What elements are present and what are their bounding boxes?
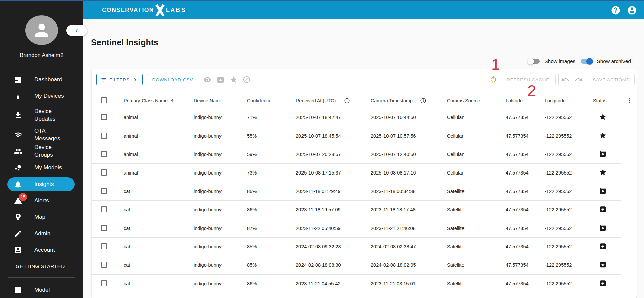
star-status-icon bbox=[599, 113, 607, 121]
row-checkbox[interactable] bbox=[101, 114, 107, 120]
toggle-knob bbox=[527, 58, 534, 65]
cell-primary-class: cat bbox=[124, 189, 194, 194]
sidebar-item-my-models[interactable]: My Models bbox=[0, 160, 83, 176]
apps-icon bbox=[14, 286, 22, 294]
logo-text-right: LABS bbox=[166, 7, 186, 14]
sidebar-item-dashboard[interactable]: Dashboard bbox=[0, 71, 83, 88]
archive-status-icon bbox=[599, 279, 607, 287]
cell-device-name: indigo-bunny bbox=[194, 244, 247, 249]
sidebar-collapse-button[interactable] bbox=[66, 25, 87, 36]
sidebar-item-label: Map bbox=[34, 213, 72, 221]
table-row: catindigo-bunny85%2024-02-08 09:32:23202… bbox=[92, 238, 621, 256]
cell-longitude: -122.295552 bbox=[545, 262, 593, 268]
table-row: animalindigo-bunny71%2025-10-07 18:42:47… bbox=[92, 108, 621, 127]
undo-icon[interactable] bbox=[561, 76, 569, 84]
sidebar-item-ota-messages[interactable]: OTA Messages bbox=[0, 127, 83, 143]
cell-longitude: -122.295552 bbox=[545, 170, 593, 176]
pencil-icon bbox=[14, 230, 22, 238]
cell-camera-timestamp: 2023-11-18 00:34:38 bbox=[371, 189, 447, 194]
show-images-toggle[interactable] bbox=[528, 58, 540, 65]
column-header-camera-timestamp[interactable]: Camera Timestamp bbox=[371, 98, 447, 104]
column-menu-button[interactable] bbox=[626, 97, 633, 104]
cell-latitude: 47.577354 bbox=[506, 281, 545, 286]
app-root: CONSERVATION LABS Brandon Asheim2 Dashbo… bbox=[0, 0, 644, 298]
row-checkbox[interactable] bbox=[101, 206, 107, 212]
cache-actions: REFRESH CACHE SAVE ACTIONS bbox=[489, 74, 635, 85]
column-header-device-name[interactable]: Device Name bbox=[194, 98, 247, 103]
wifi-icon bbox=[14, 131, 22, 139]
row-checkbox[interactable] bbox=[101, 169, 107, 176]
cell-comms-source: Satellite bbox=[447, 189, 506, 194]
star-icon[interactable] bbox=[230, 76, 238, 84]
account-icon bbox=[14, 246, 22, 254]
cell-device-name: indigo-bunny bbox=[194, 281, 247, 286]
cell-camera-timestamp: 2023-11-21 21:46:08 bbox=[371, 226, 447, 231]
sidebar-item-device-updates[interactable]: Device Updates bbox=[0, 104, 83, 127]
top-strip bbox=[0, 0, 644, 1]
save-actions-button[interactable]: SAVE ACTIONS bbox=[588, 74, 635, 85]
block-icon[interactable] bbox=[243, 76, 251, 84]
sidebar-item-alerts[interactable]: 15Alerts bbox=[0, 193, 83, 209]
alerts-badge: 15 bbox=[19, 193, 27, 201]
cell-confidence: 73% bbox=[247, 170, 296, 176]
row-checkbox[interactable] bbox=[101, 133, 107, 139]
download-csv-button[interactable]: DOWNLOAD CSV bbox=[147, 74, 198, 85]
column-header-received-at[interactable]: Received At (UTC) bbox=[296, 98, 371, 104]
row-checkbox[interactable] bbox=[101, 280, 107, 286]
select-all-checkbox[interactable] bbox=[101, 97, 107, 103]
info-icon[interactable] bbox=[344, 98, 350, 104]
row-checkbox[interactable] bbox=[101, 262, 107, 268]
help-icon[interactable] bbox=[611, 5, 621, 15]
filters-button[interactable]: FILTERS bbox=[96, 74, 143, 85]
sidebar-item-model[interactable]: Model bbox=[0, 282, 83, 298]
archive-status-icon bbox=[599, 261, 607, 268]
sidebar-item-admin[interactable]: Admin bbox=[0, 226, 83, 242]
cell-confidence: 59% bbox=[247, 152, 296, 157]
cell-longitude: -122.295552 bbox=[545, 115, 593, 120]
annotation-step-2: 2 bbox=[527, 83, 536, 98]
cell-confidence: 85% bbox=[247, 262, 296, 268]
column-header-confidence[interactable]: Confidence bbox=[247, 98, 296, 103]
cell-primary-class: cat bbox=[124, 262, 194, 268]
row-checkbox[interactable] bbox=[101, 188, 107, 194]
row-checkbox[interactable] bbox=[101, 243, 107, 249]
column-header-longitude[interactable]: Longitude bbox=[545, 98, 593, 103]
table-row: catindigo-bunny86%2023-11-18 19:57:09202… bbox=[92, 201, 621, 219]
cell-longitude: -122.295552 bbox=[545, 152, 593, 157]
sidebar-item-label: Model bbox=[34, 286, 72, 294]
sidebar-item-label: Insights bbox=[34, 181, 72, 188]
visibility-icon[interactable] bbox=[203, 76, 211, 84]
show-archived-toggle[interactable] bbox=[580, 58, 592, 65]
sidebar-item-device-groups[interactable]: Device Groups bbox=[0, 143, 83, 159]
sidebar-menu: DashboardMy DevicesDevice UpdatesOTA Mes… bbox=[0, 71, 83, 258]
cell-confidence: 71% bbox=[247, 115, 296, 120]
table-row: animalindigo-bunny73%2025-10-08 17:15:37… bbox=[92, 164, 621, 182]
dashboard-icon bbox=[14, 76, 22, 84]
cell-primary-class: animal bbox=[124, 133, 194, 139]
autorenew-icon[interactable] bbox=[489, 76, 497, 84]
row-checkbox[interactable] bbox=[101, 151, 107, 157]
redo-icon[interactable] bbox=[575, 76, 583, 84]
sidebar-item-map[interactable]: Map bbox=[0, 209, 83, 225]
sidebar-section-label: GETTING STARTED bbox=[0, 263, 83, 269]
conservation-x-labs-logo[interactable]: CONSERVATION LABS bbox=[102, 4, 186, 16]
pin-icon bbox=[14, 213, 22, 221]
sidebar-item-my-devices[interactable]: My Devices bbox=[0, 88, 83, 104]
show-images-label: Show images bbox=[544, 58, 575, 64]
more-vert-icon bbox=[626, 97, 633, 104]
cell-primary-class: cat bbox=[124, 244, 194, 249]
table-row: catindigo-bunny85%2024-02-08 18:08:30202… bbox=[92, 256, 621, 275]
row-checkbox[interactable] bbox=[101, 225, 107, 231]
column-header-latitude[interactable]: Latitude bbox=[506, 98, 545, 103]
archive-icon[interactable] bbox=[216, 76, 225, 84]
cell-confidence: 86% bbox=[247, 189, 296, 194]
table-body: animalindigo-bunny71%2025-10-07 18:42:47… bbox=[92, 108, 637, 293]
download-icon bbox=[14, 111, 22, 119]
sidebar-item-insights[interactable]: Insights bbox=[0, 176, 83, 192]
sidebar-item-account[interactable]: Account bbox=[0, 242, 83, 258]
account-icon[interactable] bbox=[627, 5, 637, 15]
column-header-comms-source[interactable]: Comms Source bbox=[447, 98, 506, 103]
column-header-status[interactable]: Status bbox=[593, 98, 621, 103]
info-icon[interactable] bbox=[420, 98, 426, 104]
column-header-primary-class[interactable]: Primary Class Name bbox=[124, 98, 194, 103]
